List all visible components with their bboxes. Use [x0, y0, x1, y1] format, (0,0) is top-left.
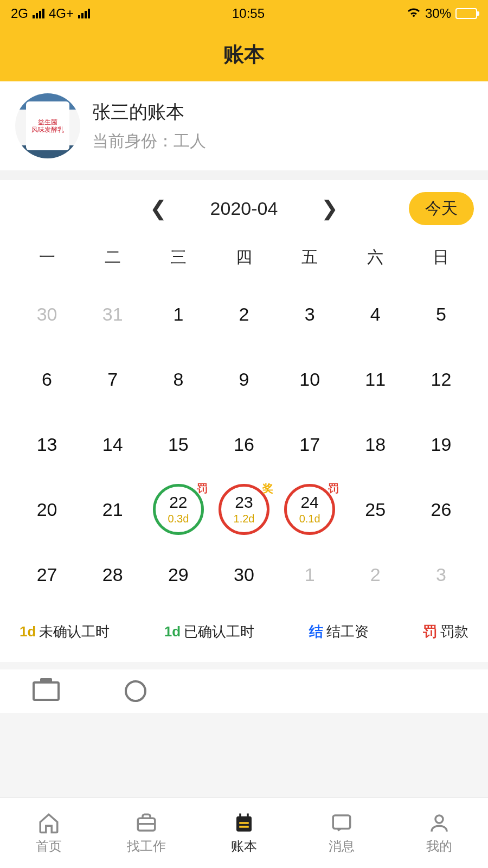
- page-header: 账本: [0, 27, 488, 81]
- message-icon: [330, 812, 353, 834]
- tab-bar: 首页 找工作 账本 消息 我的: [0, 797, 488, 868]
- day-27[interactable]: 27: [14, 542, 80, 607]
- calendar: ❮ 2020-04 ❯ 今天 一二三四五六日 30311234567891011…: [0, 180, 488, 662]
- weekday-label: 二: [80, 237, 145, 282]
- tab-messages-label: 消息: [329, 838, 355, 855]
- ledger-icon: [233, 812, 255, 834]
- day-12[interactable]: 12: [408, 347, 474, 412]
- day-20[interactable]: 20: [14, 477, 80, 542]
- tab-jobs-label: 找工作: [127, 838, 166, 855]
- day-16[interactable]: 16: [211, 412, 277, 477]
- day-badge: 罚: [197, 481, 208, 496]
- day-badge: 奖: [262, 481, 273, 496]
- today-button[interactable]: 今天: [409, 192, 474, 225]
- profile-card[interactable]: 益生菌 风味发酵乳 张三的账本 当前身份：工人: [0, 81, 488, 170]
- day-11[interactable]: 11: [343, 347, 408, 412]
- day-9[interactable]: 9: [211, 347, 277, 412]
- calendar-header: ❮ 2020-04 ❯ 今天: [14, 196, 474, 220]
- weekday-label: 五: [277, 237, 343, 282]
- status-time: 10:55: [232, 6, 265, 21]
- weekday-label: 一: [14, 237, 80, 282]
- tab-home-label: 首页: [36, 838, 62, 855]
- signal-bars-icon-2: [78, 9, 90, 18]
- tab-messages[interactable]: 消息: [293, 798, 390, 868]
- day-13[interactable]: 13: [14, 412, 80, 477]
- next-month-button[interactable]: ❯: [321, 196, 338, 220]
- day-2[interactable]: 2: [211, 282, 277, 347]
- day-25[interactable]: 25: [343, 477, 408, 542]
- avatar-text-1: 益生菌: [38, 118, 57, 126]
- network-4g-label: 4G+: [49, 6, 74, 21]
- svg-rect-4: [239, 822, 249, 824]
- day-10[interactable]: 10: [277, 347, 343, 412]
- circle-icon[interactable]: [125, 680, 146, 702]
- day-1[interactable]: 1: [145, 282, 211, 347]
- status-left: 2G 4G+: [11, 6, 90, 21]
- day-2[interactable]: 2: [343, 542, 408, 607]
- weekday-label: 四: [211, 237, 277, 282]
- day-24[interactable]: 240.1d罚: [277, 477, 343, 542]
- svg-point-7: [435, 815, 443, 823]
- day-22[interactable]: 220.3d罚: [145, 477, 211, 542]
- tab-ledger[interactable]: 账本: [195, 798, 293, 868]
- day-30[interactable]: 30: [14, 282, 80, 347]
- day-19[interactable]: 19: [408, 412, 474, 477]
- weekday-label: 三: [145, 237, 211, 282]
- person-icon: [428, 812, 451, 834]
- day-26[interactable]: 26: [408, 477, 474, 542]
- battery-percent: 30%: [425, 6, 451, 21]
- role-label: 当前身份：: [92, 132, 174, 150]
- tab-home[interactable]: 首页: [0, 798, 98, 868]
- day-8[interactable]: 8: [145, 347, 211, 412]
- svg-rect-3: [247, 813, 249, 818]
- tab-jobs[interactable]: 找工作: [98, 798, 195, 868]
- legend: 1d未确认工时 1d已确认工时 结结工资 罚罚款: [14, 607, 474, 651]
- legend-penalty: 罚罚款: [423, 622, 468, 641]
- tab-mine[interactable]: 我的: [390, 798, 488, 868]
- role-line: 当前身份：工人: [92, 130, 206, 152]
- day-18[interactable]: 18: [343, 412, 408, 477]
- day-1[interactable]: 1: [277, 542, 343, 607]
- day-17[interactable]: 17: [277, 412, 343, 477]
- day-28[interactable]: 28: [80, 542, 145, 607]
- tab-mine-label: 我的: [426, 838, 452, 855]
- battery-icon: [455, 8, 477, 19]
- day-badge: 罚: [328, 481, 339, 496]
- ledger-name: 张三的账本: [92, 100, 206, 125]
- home-icon: [37, 812, 60, 834]
- day-30[interactable]: 30: [211, 542, 277, 607]
- profile-text: 张三的账本 当前身份：工人: [92, 100, 206, 152]
- day-15[interactable]: 15: [145, 412, 211, 477]
- day-7[interactable]: 7: [80, 347, 145, 412]
- svg-rect-5: [239, 826, 249, 828]
- card-icon[interactable]: [33, 681, 60, 701]
- prev-month-button[interactable]: ❮: [150, 196, 167, 220]
- month-label[interactable]: 2020-04: [210, 198, 278, 219]
- day-6[interactable]: 6: [14, 347, 80, 412]
- below-strip: [0, 669, 488, 713]
- avatar: 益生菌 风味发酵乳: [15, 93, 80, 158]
- day-31[interactable]: 31: [80, 282, 145, 347]
- tab-ledger-label: 账本: [231, 838, 257, 855]
- legend-confirmed: 1d已确认工时: [164, 622, 254, 641]
- day-5[interactable]: 5: [408, 282, 474, 347]
- weekday-label: 六: [343, 237, 408, 282]
- legend-unconfirmed: 1d未确认工时: [20, 622, 110, 641]
- day-3[interactable]: 3: [277, 282, 343, 347]
- weekday-row: 一二三四五六日: [14, 237, 474, 282]
- day-29[interactable]: 29: [145, 542, 211, 607]
- day-4[interactable]: 4: [343, 282, 408, 347]
- legend-salary: 结结工资: [309, 622, 369, 641]
- divider: [0, 170, 488, 180]
- day-21[interactable]: 21: [80, 477, 145, 542]
- briefcase-icon: [135, 812, 158, 834]
- role-value: 工人: [174, 132, 206, 150]
- avatar-text-2: 风味发酵乳: [31, 126, 64, 133]
- status-bar: 2G 4G+ 10:55 30%: [0, 0, 488, 27]
- day-3[interactable]: 3: [408, 542, 474, 607]
- day-14[interactable]: 14: [80, 412, 145, 477]
- day-23[interactable]: 231.2d奖: [211, 477, 277, 542]
- svg-rect-2: [239, 813, 241, 818]
- signal-bars-icon: [33, 9, 44, 18]
- wifi-icon: [407, 6, 421, 21]
